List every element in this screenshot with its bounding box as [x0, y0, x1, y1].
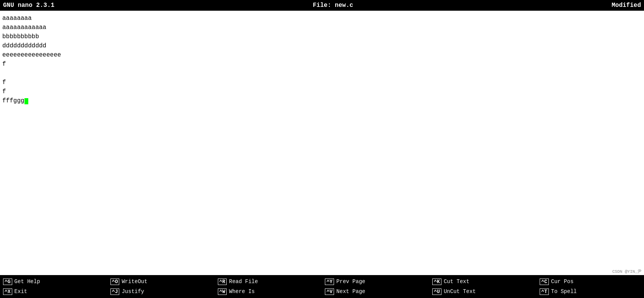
shortcut-item-2-0[interactable]: ^RRead File [215, 277, 322, 287]
title-bar: GNU nano 2.3.1 File: new.c Modified [0, 0, 644, 11]
editor-line: aaaaaaaa [2, 14, 642, 23]
app-title: GNU nano 2.3.1 [3, 2, 54, 9]
shortcut-key: ^W [218, 288, 227, 295]
editor-area[interactable]: aaaaaaaaaaaaaaaaaaaabbbbbbbbbbdddddddddd… [0, 11, 644, 275]
watermark: CSDN @YIN_尹 [612, 269, 642, 274]
editor-line: f [2, 60, 642, 69]
shortcut-label: Prev Page [336, 279, 365, 285]
shortcut-item-2-1[interactable]: ^WWhere Is [215, 287, 322, 296]
shortcut-label: UnCut Text [444, 288, 476, 295]
file-title: File: new.c [313, 2, 353, 9]
shortcut-item-1-1[interactable]: ^JJustify [107, 287, 215, 296]
shortcut-key: ^G [3, 279, 12, 285]
shortcut-key: ^K [432, 279, 441, 285]
shortcut-bar: ^GGet Help^XExit^OWriteOut^JJustify^RRea… [0, 275, 644, 298]
shortcut-key: ^O [110, 279, 120, 285]
shortcut-column-1: ^OWriteOut^JJustify [107, 275, 215, 298]
shortcut-label: Get Help [15, 279, 40, 285]
modified-status: Modified [612, 2, 641, 9]
shortcut-key: ^R [218, 279, 227, 285]
editor-line: dddddddddddd [2, 41, 642, 50]
shortcut-label: WriteOut [122, 279, 147, 285]
shortcut-key: ^T [540, 288, 549, 295]
editor-line: eeeeeeeeeeeeeeee [2, 50, 642, 60]
shortcut-key: ^U [432, 288, 441, 295]
editor-line: f [2, 87, 642, 96]
shortcut-item-0-1[interactable]: ^XExit [0, 287, 107, 296]
shortcut-item-3-1[interactable]: ^VNext Page [322, 287, 429, 296]
shortcut-label: To Spell [551, 288, 577, 295]
cursor [24, 98, 28, 104]
shortcut-key: ^C [540, 279, 549, 285]
shortcut-key: ^V [325, 288, 334, 295]
editor-line: f [2, 78, 642, 87]
editor-lines: aaaaaaaaaaaaaaaaaaaabbbbbbbbbbdddddddddd… [2, 14, 642, 105]
shortcut-key: ^Y [325, 279, 334, 285]
shortcut-label: Cur Pos [551, 279, 574, 285]
shortcut-column-3: ^YPrev Page^VNext Page [322, 275, 429, 298]
shortcut-column-4: ^KCut Text^UUnCut Text [429, 275, 537, 298]
shortcut-label: Next Page [336, 288, 365, 295]
shortcut-item-3-0[interactable]: ^YPrev Page [322, 277, 429, 287]
shortcut-item-5-1[interactable]: ^TTo Spell [537, 287, 644, 296]
shortcut-label: Exit [15, 288, 28, 295]
shortcut-label: Where Is [229, 288, 255, 295]
shortcut-item-1-0[interactable]: ^OWriteOut [107, 277, 215, 287]
editor-line: aaaaaaaaaaaa [2, 23, 642, 32]
shortcut-label: Cut Text [444, 279, 469, 285]
shortcut-label: Read File [229, 279, 258, 285]
shortcut-item-4-1[interactable]: ^UUnCut Text [429, 287, 537, 296]
editor-line [2, 69, 642, 78]
editor-line: bbbbbbbbbb [2, 32, 642, 41]
editor-line: fffggg [2, 96, 642, 105]
shortcut-column-2: ^RRead File^WWhere Is [215, 275, 322, 298]
shortcut-column-5: ^CCur Pos^TTo Spell [537, 275, 644, 298]
shortcut-column-0: ^GGet Help^XExit [0, 275, 107, 298]
shortcut-item-0-0[interactable]: ^GGet Help [0, 277, 107, 287]
shortcut-item-4-0[interactable]: ^KCut Text [429, 277, 537, 287]
shortcut-key: ^X [3, 288, 12, 295]
shortcut-key: ^J [110, 288, 120, 295]
shortcut-label: Justify [122, 288, 144, 295]
shortcut-item-5-0[interactable]: ^CCur Pos [537, 277, 644, 287]
